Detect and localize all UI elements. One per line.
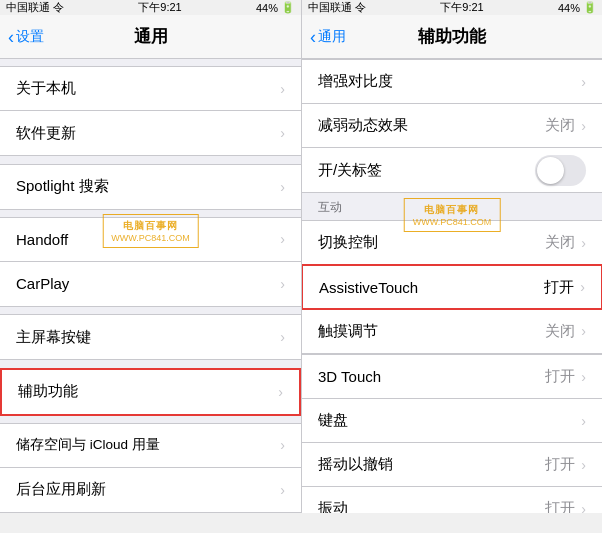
list-item-software-update[interactable]: 软件更新 › [0, 111, 301, 155]
gap6 [0, 416, 301, 423]
list-item-accessibility[interactable]: 辅助功能 › [2, 370, 299, 414]
gap4 [0, 307, 301, 314]
right-section-3: 3D Touch 打开 › 键盘 › 摇动以撤销 打开 › 振动 打开 › 音频… [302, 354, 602, 513]
chevron-icon: › [581, 74, 586, 90]
section-header-interaction: 互动 [302, 193, 602, 220]
chevron-icon: › [280, 81, 285, 97]
left-status-bar: 中国联通 令 下午9:21 44% 🔋 [0, 0, 301, 15]
chevron-icon: › [581, 323, 586, 339]
gap1 [0, 59, 301, 66]
left-section-5: 储存空间与 iCloud 用量 › 后台应用刷新 › [0, 423, 301, 513]
chevron-icon: › [280, 125, 285, 141]
right-status-carrier: 中国联通 令 [308, 0, 366, 15]
chevron-icon: › [581, 501, 586, 514]
left-panel: 中国联通 令 下午9:21 44% 🔋 ‹ 设置 通用 关于本机 › [0, 0, 301, 513]
right-section-1: 增强对比度 › 减弱动态效果 关闭 › 开/关标签 [302, 59, 602, 193]
list-item-home-button[interactable]: 主屏幕按键 › [0, 315, 301, 359]
chevron-icon: › [278, 384, 283, 400]
gap5 [0, 360, 301, 367]
chevron-icon: › [280, 437, 285, 453]
list-item-vibration[interactable]: 振动 打开 › [302, 487, 602, 513]
list-item-onoff-labels[interactable]: 开/关标签 [302, 148, 602, 192]
chevron-icon: › [581, 235, 586, 251]
list-item-keyboard[interactable]: 键盘 › [302, 399, 602, 443]
chevron-icon: › [581, 413, 586, 429]
list-item-handoff[interactable]: Handoff › [0, 218, 301, 262]
right-status-battery: 44% 🔋 [558, 1, 597, 14]
right-panel: 中国联通 令 下午9:21 44% 🔋 ‹ 通用 辅助功能 增强对比度 › [301, 0, 602, 513]
list-item-contrast[interactable]: 增强对比度 › [302, 60, 602, 104]
chevron-icon: › [280, 482, 285, 498]
left-nav-title: 通用 [134, 25, 168, 48]
gap3 [0, 210, 301, 217]
left-section-3: Handoff › CarPlay › [0, 217, 301, 307]
right-back-button[interactable]: ‹ 通用 [310, 28, 346, 46]
right-section-2: 切换控制 关闭 › AssistiveTouch 打开 › 触摸调节 关闭 › [302, 220, 602, 354]
left-section-1: 关于本机 › 软件更新 › [0, 66, 301, 156]
list-item-storage[interactable]: 储存空间与 iCloud 用量 › [0, 424, 301, 468]
toggle-thumb [537, 157, 564, 184]
gap2 [0, 156, 301, 163]
chevron-icon: › [581, 118, 586, 134]
left-status-carrier: 中国联通 令 [6, 0, 64, 15]
list-item-assistive-touch[interactable]: AssistiveTouch 打开 › [301, 264, 602, 310]
onoff-labels-toggle[interactable] [535, 155, 586, 186]
left-section-2: Spotlight 搜索 › [0, 164, 301, 210]
left-section-4: 主屏幕按键 › [0, 314, 301, 360]
back-chevron-icon: ‹ [8, 28, 14, 46]
chevron-icon: › [280, 179, 285, 195]
list-item-shake-undo[interactable]: 摇动以撤销 打开 › [302, 443, 602, 487]
list-item-touch-accommodation[interactable]: 触摸调节 关闭 › [302, 309, 602, 353]
list-item-reduce-motion[interactable]: 减弱动态效果 关闭 › [302, 104, 602, 148]
list-item-carplay[interactable]: CarPlay › [0, 262, 301, 306]
left-section-accessibility: 辅助功能 › [0, 368, 301, 416]
list-item-background-refresh[interactable]: 后台应用刷新 › [0, 468, 301, 512]
list-item-spotlight[interactable]: Spotlight 搜索 › [0, 165, 301, 209]
chevron-icon: › [580, 279, 585, 295]
chevron-icon: › [280, 276, 285, 292]
right-status-bar: 中国联通 令 下午9:21 44% 🔋 [302, 0, 602, 15]
battery-icon: 🔋 [583, 1, 597, 14]
chevron-icon: › [581, 457, 586, 473]
list-item-switch-control[interactable]: 切换控制 关闭 › [302, 221, 602, 265]
chevron-icon: › [280, 231, 285, 247]
left-status-battery: 44% 🔋 [256, 1, 295, 14]
right-nav-title: 辅助功能 [418, 25, 486, 48]
right-status-time: 下午9:21 [440, 0, 483, 15]
right-nav-bar: ‹ 通用 辅助功能 [302, 15, 602, 59]
list-item-3d-touch[interactable]: 3D Touch 打开 › [302, 355, 602, 399]
left-status-time: 下午9:21 [138, 0, 181, 15]
chevron-icon: › [280, 329, 285, 345]
chevron-icon: › [581, 369, 586, 385]
left-nav-bar: ‹ 设置 通用 [0, 15, 301, 59]
list-item-about[interactable]: 关于本机 › [0, 67, 301, 111]
left-back-button[interactable]: ‹ 设置 [8, 28, 44, 46]
back-chevron-icon: ‹ [310, 28, 316, 46]
battery-icon: 🔋 [281, 1, 295, 14]
